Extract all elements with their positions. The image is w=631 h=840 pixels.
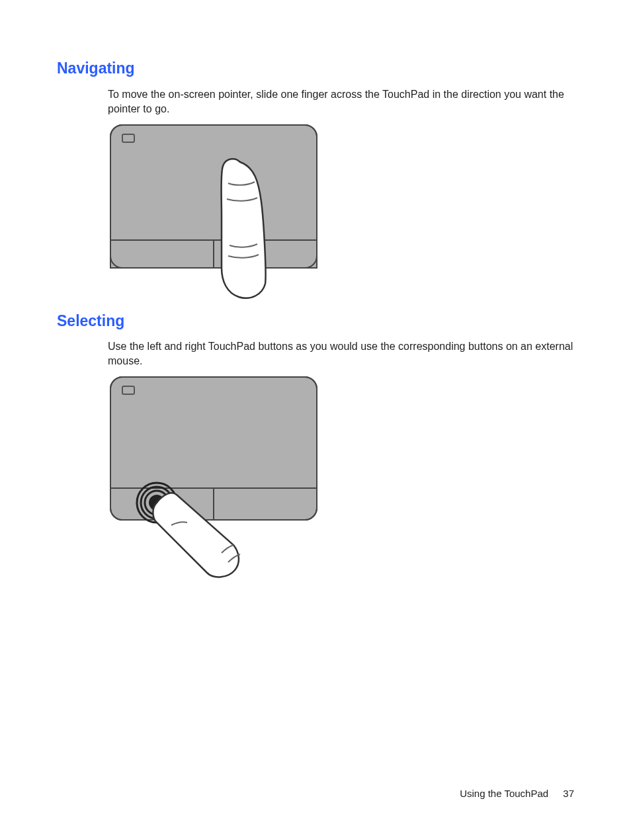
document-page: Navigating To move the on-screen pointer… (0, 0, 631, 840)
touchpad-selecting-illustration (108, 374, 326, 582)
touchpad-slide-icon (108, 122, 319, 301)
section-heading-navigating: Navigating (57, 60, 135, 77)
touchpad-navigating-illustration (108, 122, 319, 304)
footer-section-name: Using the TouchPad (460, 788, 548, 799)
touchpad-click-icon (108, 374, 326, 579)
section-body-navigating: To move the on-screen pointer, slide one… (108, 87, 577, 116)
section-body-selecting: Use the left and right TouchPad buttons … (108, 339, 577, 368)
footer-page-number: 37 (563, 788, 574, 799)
page-footer: Using the TouchPad 37 (460, 788, 574, 799)
section-heading-selecting: Selecting (57, 312, 124, 330)
